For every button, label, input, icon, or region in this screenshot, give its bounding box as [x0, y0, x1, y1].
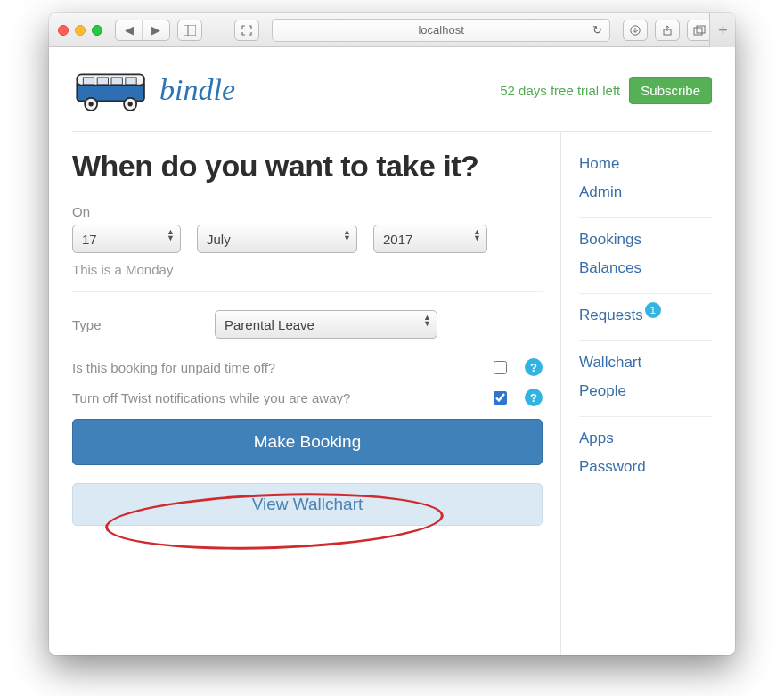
- svg-rect-8: [83, 78, 94, 85]
- type-label: Type: [72, 317, 215, 332]
- chevron-updown-icon: ▲▼: [343, 229, 351, 242]
- share-icon: [662, 25, 673, 36]
- reload-icon[interactable]: ↻: [592, 23, 602, 37]
- twist-label: Turn off Twist notifications while you a…: [72, 390, 494, 405]
- help-icon[interactable]: ?: [525, 389, 543, 406]
- unpaid-row: Is this booking for unpaid time off? ?: [72, 358, 543, 376]
- sidebar-toggle-button[interactable]: [177, 20, 202, 41]
- download-icon: [630, 25, 641, 36]
- nav-group-5: Apps Password: [579, 424, 712, 492]
- window-controls: [58, 25, 102, 36]
- share-button[interactable]: [655, 20, 680, 41]
- type-value: Parental Leave: [225, 317, 314, 332]
- make-booking-button[interactable]: Make Booking: [72, 419, 543, 465]
- svg-rect-0: [184, 25, 196, 36]
- svg-point-15: [127, 102, 132, 106]
- weekday-hint: This is a Monday: [72, 262, 543, 277]
- chevron-updown-icon: ▲▼: [423, 315, 431, 327]
- month-value: July: [207, 232, 231, 247]
- close-icon[interactable]: [58, 25, 69, 36]
- sidebar-item-apps[interactable]: Apps: [579, 424, 712, 453]
- sidebar-item-people[interactable]: People: [579, 377, 712, 405]
- sidebar: Home Admin Bookings Balances Requests 1 …: [560, 132, 712, 655]
- svg-rect-10: [111, 78, 122, 85]
- day-select[interactable]: 17 ▲▼: [72, 225, 181, 253]
- on-label: On: [72, 204, 543, 219]
- nav-group-4: Wallchart People: [579, 348, 712, 417]
- twist-checkbox[interactable]: [494, 391, 507, 405]
- type-row: Type Parental Leave ▲▼: [72, 310, 543, 339]
- unpaid-label: Is this booking for unpaid time off?: [72, 360, 494, 375]
- divider: [72, 291, 543, 292]
- view-wallchart-button[interactable]: View Wallchart: [72, 483, 543, 526]
- type-select[interactable]: Parental Leave ▲▼: [215, 310, 437, 339]
- year-select[interactable]: 2017 ▲▼: [373, 225, 487, 253]
- twist-row: Turn off Twist notifications while you a…: [72, 389, 543, 406]
- new-tab-button[interactable]: +: [709, 13, 735, 47]
- main-content: When do you want to take it? On 17 ▲▼ Ju…: [72, 132, 560, 655]
- sidebar-item-balances[interactable]: Balances: [579, 254, 712, 282]
- svg-point-14: [88, 102, 93, 106]
- svg-rect-11: [126, 78, 136, 85]
- unpaid-checkbox[interactable]: [494, 361, 507, 374]
- expand-icon: [241, 25, 252, 36]
- svg-rect-9: [97, 78, 108, 85]
- forward-button[interactable]: ▶: [143, 20, 169, 40]
- sidebar-item-bookings[interactable]: Bookings: [579, 225, 712, 254]
- maximize-icon[interactable]: [92, 25, 102, 36]
- svg-rect-4: [694, 28, 702, 35]
- nav-group-2: Bookings Balances: [579, 225, 712, 294]
- sidebar-icon: [184, 25, 196, 36]
- logo-icon: [72, 63, 151, 117]
- url-text: localhost: [418, 23, 463, 37]
- chevron-updown-icon: ▲▼: [473, 229, 481, 242]
- date-selects: 17 ▲▼ July ▲▼ 2017 ▲▼: [72, 225, 543, 253]
- sidebar-item-password[interactable]: Password: [579, 453, 712, 481]
- browser-toolbar: ◀ ▶ localhost ↻ » +: [49, 13, 735, 47]
- app-header: bindle 52 days free trial left Subscribe: [72, 63, 712, 132]
- sidebar-item-admin[interactable]: Admin: [579, 178, 712, 207]
- svg-rect-5: [697, 26, 705, 33]
- sidebar-item-home[interactable]: Home: [579, 150, 712, 178]
- subscribe-button[interactable]: Subscribe: [629, 77, 712, 104]
- brand-name: bindle: [159, 73, 235, 107]
- chevron-updown-icon: ▲▼: [167, 229, 175, 242]
- page-body: When do you want to take it? On 17 ▲▼ Ju…: [72, 132, 712, 655]
- nav-group-3: Requests 1: [579, 301, 712, 341]
- page-title: When do you want to take it?: [72, 150, 543, 183]
- browser-window: ◀ ▶ localhost ↻ » +: [49, 13, 735, 655]
- month-select[interactable]: July ▲▼: [197, 225, 357, 253]
- fullscreen-button[interactable]: [234, 20, 259, 41]
- sidebar-item-label: Requests: [579, 307, 643, 324]
- url-bar[interactable]: localhost ↻: [272, 19, 610, 42]
- page: bindle 52 days free trial left Subscribe…: [49, 47, 735, 655]
- sidebar-item-wallchart[interactable]: Wallchart: [579, 348, 712, 377]
- year-value: 2017: [383, 232, 412, 247]
- tabs-icon: [693, 25, 706, 36]
- downloads-button[interactable]: [623, 20, 648, 41]
- minimize-icon[interactable]: [75, 25, 86, 36]
- trial-status: 52 days free trial left: [500, 83, 620, 98]
- sidebar-item-requests[interactable]: Requests 1: [579, 301, 712, 330]
- back-button[interactable]: ◀: [116, 20, 143, 40]
- help-icon[interactable]: ?: [525, 358, 543, 376]
- tabs-button[interactable]: [687, 20, 712, 41]
- day-value: 17: [82, 232, 97, 247]
- nav-back-forward: ◀ ▶: [115, 20, 170, 41]
- requests-badge: 1: [645, 302, 661, 318]
- nav-group-1: Home Admin: [579, 150, 712, 218]
